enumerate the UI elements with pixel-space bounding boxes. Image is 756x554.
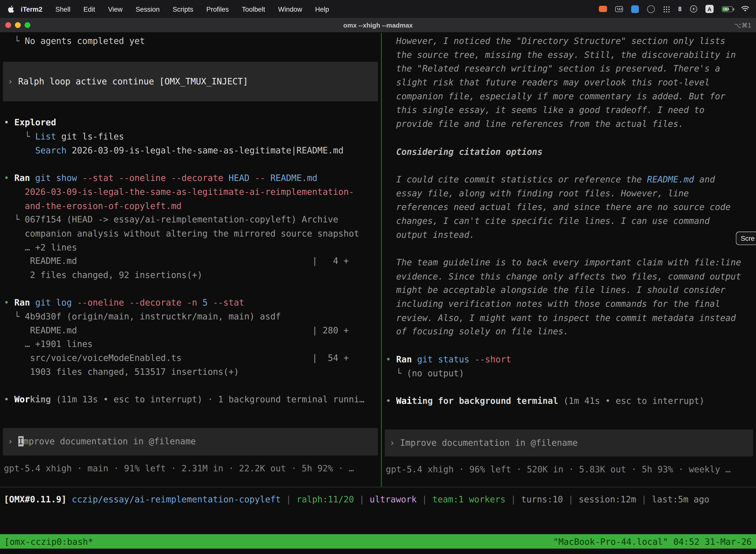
loop-status-banner: › Ralph loop active continue [OMX_TMUX_I… xyxy=(3,62,378,102)
screenshot-toast[interactable]: Scre xyxy=(736,232,756,245)
terminal-line: └ List git ls-files xyxy=(0,130,381,144)
terminal-line: essay file, along with finding root file… xyxy=(382,186,756,200)
terminal-line: • Ran git log --oneline --decorate -n 5 … xyxy=(0,296,381,310)
circle-app-icon[interactable] xyxy=(690,5,697,12)
menu-item-window[interactable]: Window xyxy=(278,5,302,13)
menu-item-scripts[interactable]: Scripts xyxy=(173,5,193,13)
menu-bar-status-icons: 8 A 61 xyxy=(599,4,749,13)
terminal-line: this single essay, it seems like a good … xyxy=(382,104,756,117)
window-title-bar[interactable]: omx --xhigh --madmax ⌥⌘1 xyxy=(0,18,756,33)
menu-item-shell[interactable]: Shell xyxy=(55,5,70,13)
terminal-line: • Ran git status --short xyxy=(382,353,756,367)
terminal-line: 2 files changed, 92 insertions(+) xyxy=(0,268,381,282)
terminal-line: └ 4b9d30f (origin/main, instructkr/main,… xyxy=(0,310,381,324)
blank-line xyxy=(0,158,381,171)
app-launcher-icon[interactable] xyxy=(663,5,670,12)
terminal-line: Search 2026-03-09-is-legal-the-same-as-l… xyxy=(0,144,381,158)
terminal-line: Considering citation options xyxy=(382,145,756,159)
terminal-line: 2026-03-09-is-legal-the-same-as-legitima… xyxy=(0,185,381,199)
terminal-line: • Ran git show --stat --oneline --decora… xyxy=(0,171,381,185)
terminal-line: review. Also, I might want to inspect th… xyxy=(382,311,756,325)
screen-recording-indicator-icon[interactable] xyxy=(599,6,607,12)
terminal-line: … +2 lines xyxy=(0,240,381,255)
blank-line xyxy=(382,380,756,394)
terminal-pane-right[interactable]: However, I noticed the "Directory Struct… xyxy=(382,33,756,487)
terminal-line: └ No agents completed yet xyxy=(0,34,381,48)
terminal-line: • Waiting for background terminal (1m 41… xyxy=(382,394,756,408)
dark-app-icon[interactable] xyxy=(647,5,655,13)
terminal-line: provide file and line references from th… xyxy=(382,117,756,131)
terminal-line: README.md | 4 + xyxy=(0,255,381,268)
blank-line xyxy=(0,282,381,296)
input-source-icon[interactable]: A xyxy=(705,5,713,13)
bottom-spacer xyxy=(0,511,756,534)
terminal-line: └ (no output) xyxy=(382,366,756,380)
blank-line xyxy=(0,379,381,393)
terminal-line: gpt-5.4 xhigh · main · 91% left · 2.31M … xyxy=(0,461,381,475)
blank-line xyxy=(382,339,756,353)
terminal-line: the "Related research writing" section i… xyxy=(382,62,756,76)
menu-item-iterm2[interactable]: iTerm2 xyxy=(21,5,43,13)
terminal-line: the source tree, missing the essay. Stil… xyxy=(382,48,756,62)
menu-bar: iTerm2ShellEditViewSessionScriptsProfile… xyxy=(0,0,756,18)
terminal-line: changes, I can't cite specific file line… xyxy=(382,214,756,228)
terminal-line: evidence. Since this change only affects… xyxy=(382,270,756,283)
terminal-line: I could cite commit statistics or refere… xyxy=(382,173,756,187)
blank-line xyxy=(382,131,756,145)
terminal-line: README.md | 280 + xyxy=(0,324,381,338)
prompt-input[interactable]: › Improve documentation in @filename xyxy=(3,428,378,455)
terminal-line: including verification notes with those … xyxy=(382,297,756,311)
terminal-pane-left[interactable]: └ No agents completed yet› Ralph loop ac… xyxy=(0,33,381,487)
keyboard-grid-icon[interactable] xyxy=(615,6,623,12)
terminal-line: • Explored xyxy=(0,116,381,130)
terminal-line: might be acceptable alongside the file l… xyxy=(382,283,756,297)
blank-line xyxy=(382,159,756,173)
terminal-line: companion file, especially if more comme… xyxy=(382,90,756,104)
prompt-input[interactable]: › Improve documentation in @filename xyxy=(385,429,753,456)
tmux-session-label: [omx-cczip0:bash* xyxy=(4,536,93,547)
menu-item-session[interactable]: Session xyxy=(136,5,160,13)
menu-item-help[interactable]: Help xyxy=(315,5,329,13)
omx-status-bar: [OMX#0.11.9] cczip/essay/ai-reimplementa… xyxy=(0,487,756,511)
menu-item-edit[interactable]: Edit xyxy=(83,5,95,13)
tmux-host-clock: "MacBook-Pro-44.local" 04:52 31-Mar-26 xyxy=(553,536,752,547)
apple-menu-icon[interactable] xyxy=(7,5,15,13)
terminal: └ No agents completed yet› Ralph loop ac… xyxy=(0,33,756,554)
terminal-line: The team guideline is to back every impo… xyxy=(382,256,756,270)
blank-line xyxy=(382,242,756,256)
battery-icon[interactable]: 61 xyxy=(722,6,733,12)
terminal-line: └ 067f154 (HEAD -> essay/ai-reimplementa… xyxy=(0,213,381,227)
screen: iTerm2ShellEditViewSessionScriptsProfile… xyxy=(0,0,756,554)
terminal-line: and-the-erosion-of-copyleft.md xyxy=(0,199,381,213)
terminal-line: output instead. xyxy=(382,228,756,242)
terminal-line: slight risk that future readers may over… xyxy=(382,76,756,90)
key-icon[interactable]: 8 xyxy=(678,4,682,13)
terminal-line: companion analysis without altering the … xyxy=(0,227,381,240)
menu-item-toolbelt[interactable]: Toolbelt xyxy=(242,5,265,13)
terminal-line: src/voice/voiceModeEnabled.ts | 54 + xyxy=(0,351,381,365)
battery-percent: 61 xyxy=(722,6,733,11)
menu-item-view[interactable]: View xyxy=(108,5,123,13)
window-title: omx --xhigh --madmax xyxy=(0,21,756,29)
menu-items: iTerm2ShellEditViewSessionScriptsProfile… xyxy=(21,5,329,13)
tmux-panes: └ No agents completed yet› Ralph loop ac… xyxy=(0,33,756,487)
terminal-line: • Working (11m 13s • esc to interrupt) ·… xyxy=(0,393,381,407)
blue-app-icon[interactable] xyxy=(631,5,639,13)
terminal-line: gpt-5.4 xhigh · 96% left · 520K in · 5.8… xyxy=(382,463,756,477)
terminal-line: of focusing solely on file lines. xyxy=(382,325,756,339)
terminal-line: 1903 files changed, 513517 insertions(+) xyxy=(0,365,381,379)
window-shortcut-hint: ⌥⌘1 xyxy=(734,21,751,29)
terminal-line: However, I noticed the "Directory Struct… xyxy=(382,34,756,48)
terminal-line: references need actual files, and since … xyxy=(382,200,756,214)
menu-item-profiles[interactable]: Profiles xyxy=(206,5,229,13)
terminal-line: … +1901 lines xyxy=(0,338,381,351)
wifi-icon[interactable] xyxy=(741,4,749,13)
tmux-status-bar: [omx-cczip0:bash* "MacBook-Pro-44.local"… xyxy=(0,534,756,549)
